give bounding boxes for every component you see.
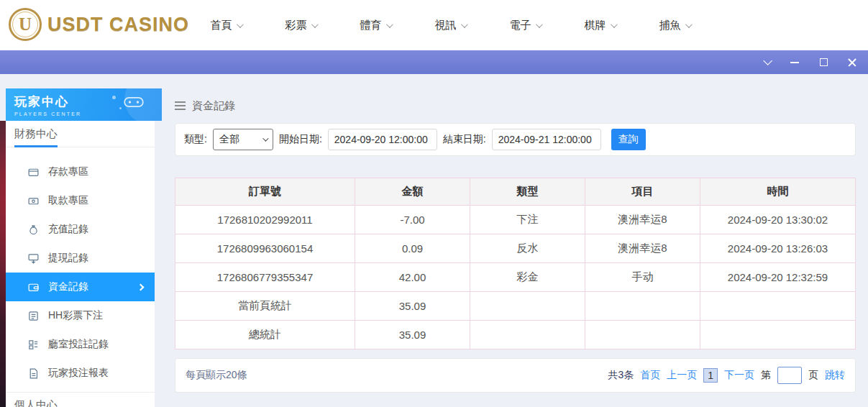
sidebar-item-room-bet-record[interactable]: 廳室投註記錄 bbox=[6, 330, 155, 359]
window-maximize-button[interactable] bbox=[818, 57, 829, 68]
content-area: 玩家中心 PLAYERS CENTER 財務中心 存款專區 取 bbox=[0, 74, 868, 407]
table-header-cell: 項目 bbox=[585, 178, 700, 206]
sidebar-item-label: 取款專區 bbox=[48, 194, 88, 207]
nav-item-fishing[interactable]: 捕魚 bbox=[637, 19, 712, 32]
table-row: 1726806779355347 42.00 彩金 手动 2024-09-20 … bbox=[175, 263, 856, 292]
chevron-right-icon bbox=[137, 283, 145, 291]
decor-dot-icon bbox=[119, 107, 122, 109]
sidebar-item-withdraw[interactable]: 取款專區 bbox=[6, 186, 155, 215]
table-cell: 1726810202992011 bbox=[175, 206, 355, 234]
table-cell bbox=[700, 292, 856, 321]
funds-table-wrap: 訂單號 金額 類型 項目 時間 1726810202992011 -7.00 下… bbox=[175, 178, 856, 349]
type-select[interactable]: 全部 bbox=[213, 129, 273, 150]
table-cell: -7.00 bbox=[355, 206, 470, 234]
table-header-cell: 金額 bbox=[355, 178, 470, 206]
type-select-value: 全部 bbox=[219, 133, 239, 146]
chevron-down-icon bbox=[236, 21, 243, 28]
jump-link[interactable]: 跳转 bbox=[825, 369, 845, 382]
start-date-input[interactable] bbox=[328, 129, 437, 150]
nav-item-video[interactable]: 視訊 bbox=[413, 19, 488, 32]
sidebar-item-label: 提現記錄 bbox=[48, 252, 88, 265]
nav-item-cards[interactable]: 棋牌 bbox=[562, 19, 637, 32]
end-date-label: 結束日期: bbox=[443, 133, 486, 146]
table-cell: 下注 bbox=[470, 206, 585, 234]
sidebar-item-label: 玩家投注報表 bbox=[48, 367, 109, 380]
nav-item-sports[interactable]: 體育 bbox=[338, 19, 413, 32]
room-bet-record-icon bbox=[27, 339, 40, 351]
sidebar-item-funds-record[interactable]: 資金記錄 bbox=[6, 273, 155, 301]
nav-item-slots[interactable]: 電子 bbox=[488, 19, 562, 32]
table-cell bbox=[470, 321, 585, 349]
funds-table: 訂單號 金額 類型 項目 時間 1726810202992011 -7.00 下… bbox=[175, 178, 856, 349]
table-cell: 當前頁統計 bbox=[175, 292, 355, 321]
filter-bar: 類型: 全部 開始日期: 結束日期: 查詢 bbox=[175, 123, 856, 156]
site-header: U USDT CASINO 首頁 彩票 體育 視訊 電子 棋牌 捕魚 bbox=[0, 0, 868, 50]
breadcrumb: 資金記錄 bbox=[175, 99, 868, 113]
main-nav: 首頁 彩票 體育 視訊 電子 棋牌 捕魚 bbox=[188, 0, 712, 50]
sidebar-item-label: 充值記錄 bbox=[48, 223, 88, 236]
section-label: 個人中心 bbox=[14, 398, 58, 407]
brand-emblem-icon: U bbox=[9, 8, 42, 41]
table-cell: 2024-09-20 12:32:59 bbox=[700, 263, 856, 292]
table-row-page-total: 當前頁統計 35.09 bbox=[175, 292, 856, 321]
next-page-link[interactable]: 下一页 bbox=[724, 369, 754, 382]
prev-page-link[interactable]: 上一页 bbox=[667, 369, 697, 382]
table-cell: 1726809963060154 bbox=[175, 234, 355, 263]
first-page-link[interactable]: 首页 bbox=[640, 369, 660, 382]
page-title: 資金記錄 bbox=[192, 99, 235, 113]
nav-item-lottery[interactable]: 彩票 bbox=[263, 19, 338, 32]
page-prefix-label: 第 bbox=[761, 369, 771, 382]
minimize-icon bbox=[790, 62, 799, 63]
brand-name: USDT CASINO bbox=[47, 14, 189, 36]
table-cell: 35.09 bbox=[355, 292, 470, 321]
nav-label: 捕魚 bbox=[659, 19, 681, 32]
table-cell: 總統計 bbox=[175, 321, 355, 349]
page-suffix-label: 页 bbox=[808, 369, 818, 382]
table-cell: 2024-09-20 13:30:02 bbox=[700, 206, 856, 234]
table-cell: 澳洲幸运8 bbox=[585, 234, 700, 263]
menu-icon[interactable] bbox=[175, 101, 186, 110]
nav-label: 彩票 bbox=[285, 19, 307, 32]
table-cell: 0.09 bbox=[355, 234, 470, 263]
page-number-input[interactable] bbox=[777, 367, 802, 384]
nav-item-home[interactable]: 首頁 bbox=[188, 19, 263, 32]
query-button[interactable]: 查詢 bbox=[611, 129, 646, 150]
table-cell: 1726806779355347 bbox=[175, 263, 355, 292]
brand-emblem-letter: U bbox=[19, 14, 32, 35]
sidebar-subtitle: PLAYERS CENTER bbox=[14, 111, 153, 116]
table-cell bbox=[470, 292, 585, 321]
table-cell: 42.00 bbox=[355, 263, 470, 292]
sidebar-item-hh-lottery-bet[interactable]: HH彩票下注 bbox=[6, 301, 155, 330]
sidebar-panel: 財務中心 存款專區 取款專區 充值記錄 提現記錄 bbox=[6, 121, 155, 407]
nav-label: 體育 bbox=[360, 19, 382, 32]
chevron-down-icon bbox=[685, 21, 692, 28]
sidebar-item-player-report[interactable]: 玩家投注報表 bbox=[6, 359, 155, 388]
chevron-down-icon bbox=[311, 21, 318, 28]
total-count-label: 共3条 bbox=[608, 369, 634, 382]
window-close-button[interactable] bbox=[846, 57, 858, 68]
end-date-input[interactable] bbox=[492, 129, 601, 150]
table-cell: 35.09 bbox=[355, 321, 470, 349]
nav-label: 首頁 bbox=[211, 19, 232, 32]
pager: 共3条 首页 上一页 1 下一页 第 页 跳转 bbox=[608, 367, 845, 384]
window-collapse-button[interactable] bbox=[760, 57, 772, 68]
nav-label: 視訊 bbox=[435, 19, 457, 32]
type-label: 類型: bbox=[184, 133, 207, 146]
deposit-card-icon bbox=[27, 166, 40, 178]
sidebar-item-recharge-record[interactable]: 充值記錄 bbox=[6, 215, 155, 244]
sidebar-item-withdrawal-record[interactable]: 提現記錄 bbox=[6, 244, 155, 273]
sidebar-item-deposit[interactable]: 存款專區 bbox=[6, 157, 155, 186]
table-cell bbox=[585, 321, 700, 349]
window-minimize-button[interactable] bbox=[789, 57, 800, 68]
sidebar-item-label: 廳室投註記錄 bbox=[48, 338, 109, 351]
sidebar-item-label: 資金記錄 bbox=[48, 280, 88, 293]
table-cell: 2024-09-20 13:26:03 bbox=[700, 234, 856, 263]
current-page-badge[interactable]: 1 bbox=[703, 368, 718, 383]
table-header-cell: 訂單號 bbox=[175, 178, 355, 206]
sidebar-item-label: 存款專區 bbox=[48, 165, 88, 178]
gamepad-icon bbox=[123, 94, 145, 110]
chevron-down-icon bbox=[385, 21, 393, 28]
start-date-label: 開始日期: bbox=[279, 133, 322, 146]
nav-label: 電子 bbox=[510, 19, 531, 32]
brand-logo[interactable]: U USDT CASINO bbox=[9, 8, 189, 41]
